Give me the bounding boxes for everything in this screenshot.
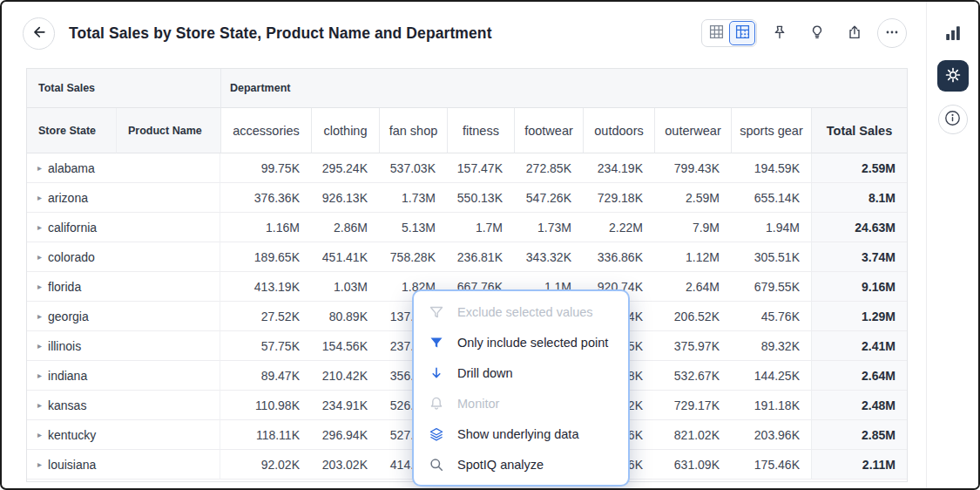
column-header[interactable]: fan shop xyxy=(379,108,447,153)
value-cell[interactable]: 2.86M xyxy=(311,213,379,242)
more-options-button[interactable] xyxy=(877,18,907,48)
value-cell[interactable]: 821.02K xyxy=(654,420,731,450)
pivot-view-button[interactable] xyxy=(729,21,755,45)
value-cell[interactable]: 1.03M xyxy=(311,272,379,302)
column-header[interactable]: outerwear xyxy=(654,108,731,153)
value-cell[interactable]: 1.16M xyxy=(220,213,311,242)
expand-caret-icon[interactable]: ▸ xyxy=(37,401,42,410)
value-cell[interactable]: 729.17K xyxy=(654,391,731,420)
value-cell[interactable]: 92.02K xyxy=(220,450,311,480)
value-cell[interactable]: 99.75K xyxy=(220,153,311,183)
value-cell[interactable]: 655.14K xyxy=(731,183,811,213)
value-cell[interactable]: 295.24K xyxy=(311,153,379,183)
value-cell[interactable]: 80.89K xyxy=(311,302,379,331)
value-cell[interactable]: 926.13K xyxy=(311,183,379,213)
total-cell[interactable]: 2.59M xyxy=(811,153,907,183)
value-cell[interactable]: 1.73M xyxy=(514,213,583,242)
total-cell[interactable]: 24.63M xyxy=(811,213,907,242)
expand-caret-icon[interactable]: ▸ xyxy=(37,460,42,469)
column-header-product-name[interactable]: Product Name xyxy=(116,108,220,153)
expand-caret-icon[interactable]: ▸ xyxy=(37,164,42,173)
row-label[interactable]: ▸arizona xyxy=(27,183,116,213)
back-button[interactable] xyxy=(23,17,55,50)
total-cell[interactable]: 1.29M xyxy=(811,302,907,331)
value-cell[interactable]: 2.64M xyxy=(654,272,731,302)
value-cell[interactable]: 234.19K xyxy=(583,153,654,183)
pin-button[interactable] xyxy=(765,18,794,48)
column-header[interactable]: fitness xyxy=(447,108,514,153)
value-cell[interactable]: 799.43K xyxy=(654,153,731,183)
value-cell[interactable]: 89.47K xyxy=(220,361,311,391)
total-cell[interactable]: 3.74M xyxy=(811,242,907,272)
total-cell[interactable]: 2.11M xyxy=(811,450,907,480)
table-view-button[interactable] xyxy=(703,21,729,45)
expand-caret-icon[interactable]: ▸ xyxy=(37,371,42,380)
value-cell[interactable]: 57.75K xyxy=(220,331,311,361)
value-cell[interactable]: 550.13K xyxy=(447,183,514,213)
value-cell[interactable]: 336.86K xyxy=(583,242,654,272)
value-cell[interactable]: 679.55K xyxy=(731,272,811,302)
row-label[interactable]: ▸louisiana xyxy=(27,450,116,480)
total-cell[interactable]: 2.64M xyxy=(811,361,907,391)
value-cell[interactable]: 110.98K xyxy=(220,391,311,420)
chart-type-button[interactable] xyxy=(938,21,968,47)
column-header-store-state[interactable]: Store State xyxy=(27,108,116,153)
total-cell[interactable]: 2.85M xyxy=(811,420,907,450)
value-cell[interactable]: 375.97K xyxy=(654,331,731,361)
expand-caret-icon[interactable]: ▸ xyxy=(37,253,42,262)
insights-button[interactable] xyxy=(802,18,832,48)
row-label[interactable]: ▸kentucky xyxy=(27,420,116,450)
value-cell[interactable]: 89.32K xyxy=(731,331,811,361)
value-cell[interactable]: 296.94K xyxy=(311,420,379,450)
settings-button[interactable] xyxy=(937,60,969,92)
menu-item-only-include-selected-point[interactable]: Only include selected point xyxy=(414,327,628,357)
row-label[interactable]: ▸illinois xyxy=(27,331,116,361)
value-cell[interactable]: 272.85K xyxy=(514,153,583,183)
value-cell[interactable]: 1.7M xyxy=(447,213,514,242)
column-header[interactable]: outdoors xyxy=(583,108,654,153)
menu-item-spotiq-analyze[interactable]: SpotIQ analyze xyxy=(414,449,628,480)
expand-caret-icon[interactable]: ▸ xyxy=(37,431,42,439)
row-label[interactable]: ▸colorado xyxy=(27,242,116,272)
value-cell[interactable]: 191.18K xyxy=(731,391,811,420)
value-cell[interactable]: 532.67K xyxy=(654,361,731,391)
value-cell[interactable]: 45.76K xyxy=(731,302,811,331)
value-cell[interactable]: 203.96K xyxy=(731,420,811,450)
column-header[interactable]: footwear xyxy=(514,108,583,153)
value-cell[interactable]: 305.51K xyxy=(731,242,811,272)
total-cell[interactable]: 2.48M xyxy=(811,391,907,420)
menu-item-show-underlying-data[interactable]: Show underlying data xyxy=(414,419,628,449)
value-cell[interactable]: 234.91K xyxy=(311,391,379,420)
value-cell[interactable]: 5.13M xyxy=(379,213,447,242)
total-cell[interactable]: 8.1M xyxy=(811,183,907,213)
column-header[interactable]: clothing xyxy=(311,108,379,153)
value-cell[interactable]: 118.11K xyxy=(220,420,311,450)
value-cell[interactable]: 144.25K xyxy=(731,361,811,391)
row-label[interactable]: ▸indiana xyxy=(27,361,116,391)
value-cell[interactable]: 27.52K xyxy=(220,302,311,331)
share-button[interactable] xyxy=(840,18,869,48)
column-header[interactable]: sports gear xyxy=(731,108,811,153)
value-cell[interactable]: 157.47K xyxy=(447,153,514,183)
value-cell[interactable]: 537.03K xyxy=(379,153,447,183)
expand-caret-icon[interactable]: ▸ xyxy=(37,223,42,232)
expand-caret-icon[interactable]: ▸ xyxy=(37,312,42,321)
value-cell[interactable]: 194.59K xyxy=(731,153,811,183)
value-cell[interactable]: 210.42K xyxy=(311,361,379,391)
value-cell[interactable]: 376.36K xyxy=(220,183,311,213)
value-cell[interactable]: 175.46K xyxy=(731,450,811,480)
total-cell[interactable]: 9.16M xyxy=(811,272,907,302)
value-cell[interactable]: 1.12M xyxy=(654,242,731,272)
value-cell[interactable]: 7.9M xyxy=(654,213,731,242)
value-cell[interactable]: 758.28K xyxy=(379,242,447,272)
value-cell[interactable]: 236.81K xyxy=(447,242,514,272)
value-cell[interactable]: 413.19K xyxy=(220,272,311,302)
value-cell[interactable]: 2.22M xyxy=(583,213,654,242)
total-cell[interactable]: 2.41M xyxy=(811,331,907,361)
expand-caret-icon[interactable]: ▸ xyxy=(37,342,42,350)
value-cell[interactable]: 1.94M xyxy=(731,213,811,242)
value-cell[interactable]: 154.56K xyxy=(311,331,379,361)
expand-caret-icon[interactable]: ▸ xyxy=(37,194,42,202)
column-header[interactable]: Total Sales xyxy=(811,108,907,153)
value-cell[interactable]: 451.41K xyxy=(311,242,379,272)
